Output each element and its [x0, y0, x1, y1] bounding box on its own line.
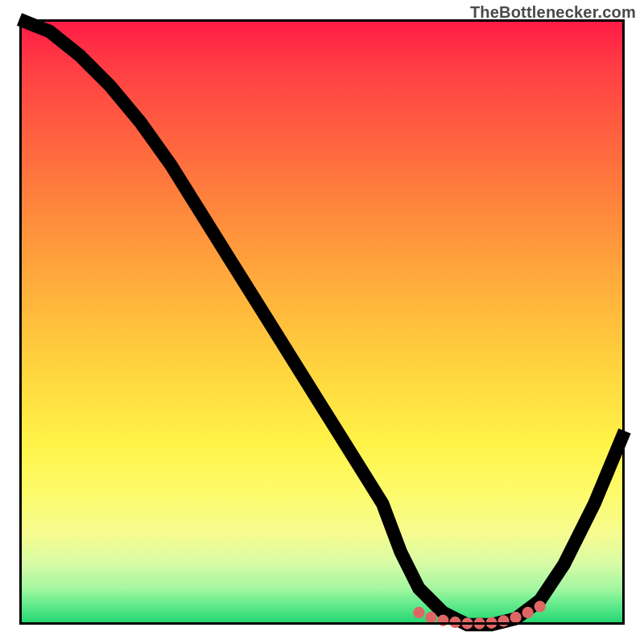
marker-dot: [510, 612, 521, 623]
attribution-text: TheBottlenecker.com: [470, 3, 636, 22]
marker-dot: [522, 607, 534, 618]
marker-dot: [437, 615, 448, 626]
plot-area: [19, 19, 625, 625]
marker-dot: [485, 617, 497, 629]
marker-dot: [461, 617, 473, 629]
bottleneck-curve-svg: [19, 19, 625, 625]
bottleneck-curve-path: [19, 19, 625, 625]
marker-dot: [473, 617, 485, 629]
marker-dot: [497, 615, 509, 626]
marker-dot: [413, 607, 424, 618]
marker-dot: [425, 612, 436, 623]
marker-dot: [449, 617, 460, 628]
marker-dot: [535, 601, 546, 612]
chart-wrapper: TheBottlenecker.com: [0, 0, 644, 644]
